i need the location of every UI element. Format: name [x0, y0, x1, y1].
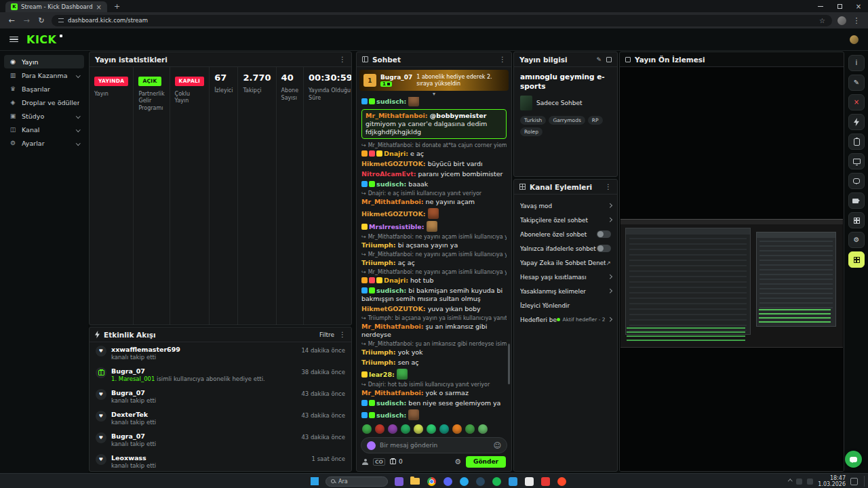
clipboard-icon[interactable] — [848, 134, 865, 150]
sidebar-item-broadcast[interactable]: ◉Yayın — [4, 55, 84, 68]
bookmark-star-icon[interactable]: ☆ — [819, 17, 825, 24]
window-close-button[interactable]: × — [849, 0, 868, 12]
stats-menu-icon[interactable]: ⋮ — [339, 56, 346, 63]
chat-message[interactable]: ↪Mr_Mithatfanboi: ne yayını açam isimli … — [361, 251, 507, 267]
channel-action[interactable]: Yasaklanmış kelimeler — [514, 284, 617, 298]
channel-action[interactable]: Takipçilere özel sohbet — [514, 213, 617, 227]
back-button[interactable]: ← — [7, 16, 16, 25]
chat-message[interactable]: ↪Mr_Mithatfanboi: şu an imkansız gibi ne… — [361, 341, 507, 357]
monitor-icon[interactable] — [848, 153, 865, 169]
chat-message[interactable]: ↪Mr_Mithatfanboi: ne yayını açam isimli … — [361, 269, 507, 285]
quick-emote-8[interactable] — [452, 424, 462, 434]
address-bar[interactable]: dashboard.kick.com/stream ☆ — [52, 15, 832, 26]
quick-emote-4[interactable] — [401, 424, 410, 434]
toggle-off[interactable] — [597, 230, 611, 238]
chat-message[interactable]: Mrslrresistible: — [361, 221, 507, 232]
quick-emote-3[interactable] — [388, 424, 397, 434]
edit-stream-info-icon[interactable]: ✎ — [596, 56, 601, 63]
youtube-icon[interactable] — [539, 475, 551, 487]
chat-message[interactable]: ↪Mr_Mithatfanboi: bi donate at*ta cajun … — [361, 142, 507, 158]
quick-emote-7[interactable] — [439, 424, 449, 434]
sidebar-item-studio[interactable]: ▣Stüdyo — [4, 109, 84, 123]
collapse-chat-icon[interactable] — [362, 56, 368, 62]
gift-banner[interactable]: 1 Bugra_07 1 1 abonelik hediye ederek 2.… — [359, 70, 509, 91]
chat-settings-icon[interactable]: ⚙ — [454, 458, 461, 466]
steam-icon[interactable] — [474, 475, 486, 487]
quick-emote-5[interactable] — [414, 424, 423, 434]
filter-button[interactable]: Filtre — [319, 331, 334, 338]
quick-emote-2[interactable] — [375, 424, 384, 434]
browser-profile-avatar[interactable] — [837, 16, 846, 25]
tab-close-icon[interactable]: × — [96, 3, 102, 11]
emoji-picker-icon[interactable]: ☺ — [494, 441, 501, 450]
show-desktop-button[interactable] — [864, 476, 865, 487]
chat-message[interactable]: sudisch: — [361, 97, 507, 106]
quick-emote-9[interactable] — [465, 424, 475, 434]
browser-tab[interactable]: K Stream - Kick Dashboard × — [5, 1, 107, 12]
discord-icon[interactable] — [441, 475, 454, 487]
sidebar-item-money[interactable]: ▥Para Kazanma — [4, 68, 84, 82]
co-label[interactable]: CO — [373, 458, 385, 466]
notepad-icon[interactable] — [523, 475, 535, 487]
camera-icon[interactable] — [848, 192, 865, 209]
chat-message[interactable]: sudisch: ben niye sese gelemiyom ya — [361, 399, 507, 407]
lightning-icon[interactable] — [848, 114, 865, 130]
spotify-icon[interactable] — [490, 475, 502, 487]
grid-icon[interactable] — [848, 212, 865, 228]
send-button[interactable]: Gönder — [466, 456, 506, 468]
activity-menu-icon[interactable]: ⋮ — [339, 331, 346, 338]
menu-icon[interactable] — [9, 37, 18, 43]
scroll-down-indicator[interactable]: ▾ — [357, 91, 511, 97]
window-maximize-button[interactable] — [830, 0, 849, 12]
file-explorer-icon[interactable] — [409, 475, 421, 487]
info-icon[interactable]: i — [848, 55, 865, 71]
site-info-icon[interactable] — [58, 18, 64, 22]
quick-emote-1[interactable] — [362, 424, 372, 434]
chat-message[interactable]: ↪Dnajri: e aç isimli kullanıcıya yanıt v… — [361, 190, 507, 206]
window-minimize-button[interactable] — [811, 0, 830, 12]
channel-action[interactable]: Yalnızca ifadelerle sohbet — [514, 241, 617, 256]
tray-icon-1[interactable] — [796, 479, 802, 485]
support-chat-button[interactable] — [845, 451, 862, 468]
chat-bubble-icon[interactable] — [848, 173, 865, 189]
tray-icon-2[interactable] — [807, 479, 813, 485]
chat-message[interactable]: HikmetGOZUTOK: yuva yıkan boby — [361, 305, 507, 313]
sidebar-item-trophy[interactable]: ♛Başarılar — [4, 82, 84, 96]
chatters-icon[interactable] — [362, 459, 368, 465]
chat-message[interactable]: sudisch: baaak — [361, 180, 507, 188]
quick-emote-10[interactable] — [478, 424, 488, 434]
channel-action[interactable]: İzleyici Yönlendir — [514, 298, 617, 312]
edit-icon[interactable]: ✎ — [848, 75, 865, 91]
sidebar-item-channel[interactable]: ◫Kanal — [4, 123, 84, 136]
chat-message[interactable]: HikmetGOZUTOK: büyücü birt vardı — [361, 160, 507, 168]
identity-icon[interactable] — [367, 441, 376, 450]
sidebar-item-settings[interactable]: ⚙Ayarlar — [4, 136, 84, 150]
channel-action[interactable]: Yavaş mod — [514, 199, 617, 213]
channel-actions-menu-icon[interactable]: ⋮ — [605, 183, 612, 190]
tray-expand-icon[interactable] — [788, 479, 792, 483]
taskbar-search[interactable]: Ara — [326, 476, 388, 487]
chat-menu-icon[interactable]: ⋮ — [499, 56, 506, 63]
chat-input[interactable] — [380, 442, 490, 449]
kick-logo[interactable]: KICK — [26, 33, 57, 46]
channel-action[interactable]: Yapay Zeka ile Sohbet Denetimi↗ — [514, 256, 617, 270]
taskbar-clock[interactable]: 18:47 1.03.2026 — [818, 475, 846, 487]
channel-action[interactable]: Abonelere özel sohbet — [514, 227, 617, 241]
expand-stream-info-icon[interactable] — [606, 57, 612, 62]
chat-message[interactable]: sudisch: — [361, 409, 507, 420]
gift-counter[interactable]: 0 — [390, 458, 403, 465]
chat-message[interactable]: sudisch: bi bakmişan semih kuyuda bi bak… — [361, 287, 507, 303]
forward-button[interactable]: → — [22, 16, 31, 25]
chat-message[interactable]: HikmetGOZUTOK: — [361, 208, 507, 219]
stream-preview-video[interactable] — [620, 67, 844, 471]
vscode-icon[interactable] — [507, 475, 519, 487]
settings-icon[interactable]: ⚙ — [848, 232, 865, 248]
opera-icon[interactable] — [555, 475, 568, 487]
close-icon[interactable]: × — [848, 94, 865, 110]
chat-message[interactable]: ↪Dnajri: hot tub isimli kullanıcıya yanı… — [361, 382, 507, 397]
chat-message-highlighted[interactable]: Mr_Mithatfanboi: @bobbymeister gitmiyom … — [361, 109, 507, 139]
chat-message[interactable]: lear28: — [361, 369, 507, 380]
telegram-icon[interactable] — [458, 475, 470, 487]
channel-action[interactable]: Hedefleri belirleyinAktif hedefler - 2 — [514, 312, 617, 327]
reload-button[interactable]: ↻ — [37, 16, 46, 25]
